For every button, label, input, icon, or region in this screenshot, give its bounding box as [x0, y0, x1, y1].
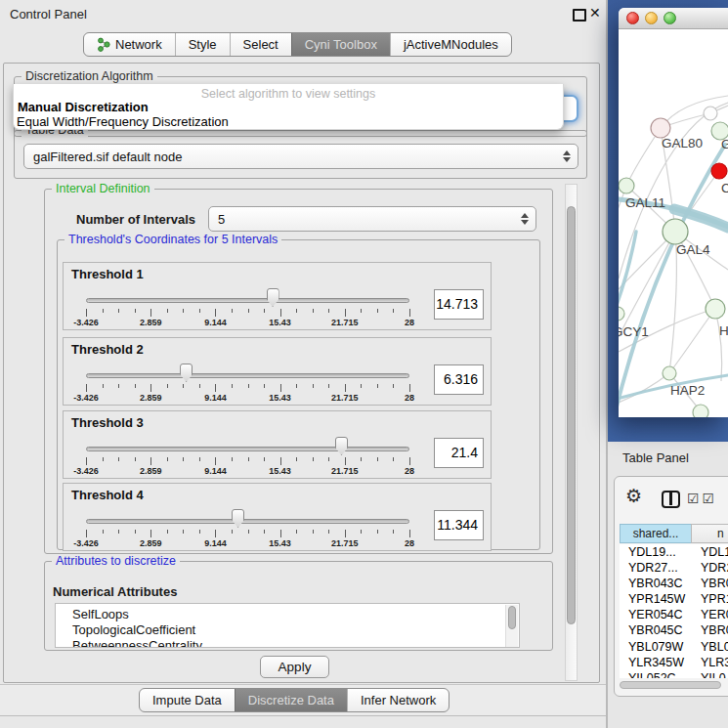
slider-track[interactable] [86, 298, 409, 303]
tick [377, 530, 378, 534]
traffic-light-minimize-icon[interactable] [645, 12, 658, 24]
popup-item-manual-discretization[interactable]: Manual Discretization [18, 100, 149, 114]
tick [345, 457, 346, 465]
tick [345, 309, 346, 317]
threshold-3-value-field[interactable]: 21.4 [434, 438, 484, 468]
network-node-n-small[interactable] [704, 107, 717, 120]
network-node-HAP2[interactable] [663, 366, 676, 380]
threshold-1-value-field[interactable]: 14.713 [434, 289, 484, 320]
close-icon[interactable]: ✕ [589, 5, 601, 21]
table-row[interactable]: YDR27...YDR2 [620, 560, 728, 576]
table-body: YDL19...YDL1YDR27...YDR2YBR043CYBR0YPR14… [620, 544, 728, 678]
table-row[interactable]: YPR145WYPR1 [620, 591, 728, 607]
table-data-combo-value: galFiltered.sif default node [33, 150, 182, 164]
tab-select[interactable]: Select [230, 33, 291, 56]
network-node-red-node[interactable] [711, 163, 727, 179]
network-node-GAL11[interactable] [619, 178, 634, 193]
slider-ticks [86, 384, 409, 393]
slider-thumb[interactable] [232, 509, 244, 528]
tick-label: 2.859 [127, 318, 174, 327]
list-item-topologicalcoefficient[interactable]: TopologicalCoefficient [56, 622, 519, 638]
tick [280, 457, 281, 465]
list-item-selfloops[interactable]: SelfLoops [56, 604, 519, 622]
tab-impute-data[interactable]: Impute Data [140, 689, 235, 711]
table-header-shared[interactable]: shared... [620, 524, 692, 543]
tab-infer-network[interactable]: Infer Network [347, 689, 449, 711]
table-row[interactable]: YIL052CYIL0 [620, 670, 728, 678]
interval-group-title: Interval Definition [52, 182, 154, 195]
table-row[interactable]: YDL19...YDL1 [620, 544, 728, 560]
tab-jactivemnodules[interactable]: jActiveMNodules [390, 33, 511, 56]
num-intervals-label: Number of Intervals [76, 212, 195, 227]
threshold-2-value-field[interactable]: 6.316 [434, 364, 484, 395]
table-row[interactable]: YER054CYER0 [620, 607, 728, 622]
tab-cyni-toolbox[interactable]: Cyni Toolbox [291, 33, 390, 56]
table-row[interactable]: YBR043CYBR0 [620, 576, 728, 591]
threshold-row-3: Threshold 3 -3.4262.8599.14415.4321.7152… [63, 410, 492, 479]
float-icon[interactable] [573, 9, 586, 21]
network-node-H[interactable] [706, 299, 725, 319]
network-node-n-bottom[interactable] [693, 405, 708, 417]
slider-track[interactable] [86, 447, 409, 451]
table-row[interactable]: YBL079WYBL0 [620, 639, 728, 655]
network-node-label-GAL4: GAL4 [676, 242, 710, 257]
network-node-label-HAP2: HAP2 [670, 383, 705, 398]
columns-icon[interactable] [662, 491, 680, 508]
tick-label: 21.715 [321, 393, 368, 403]
panel-title: Control Panel [10, 7, 87, 21]
list-scrollbar-thumb[interactable] [508, 606, 516, 629]
network-node-GCY1[interactable] [619, 307, 624, 321]
table-row[interactable]: YLR345WYLR3 [620, 655, 728, 670]
checkbox-icons[interactable]: ☑☑ [687, 491, 717, 506]
tick [328, 530, 329, 534]
cell-shared-name: YBR043C [620, 576, 691, 591]
num-intervals-combo[interactable]: 5 [208, 206, 536, 232]
threshold-4-value-field[interactable]: 11.344 [434, 510, 484, 540]
tick [232, 384, 233, 388]
network-canvas[interactable]: GAL80GACGAL11GAL4GCY1HHAP2 [619, 29, 728, 417]
tick-label: 9.144 [192, 393, 238, 403]
scrollbar-thumb[interactable] [567, 206, 576, 624]
list-item-betweennesscentrality[interactable]: BetweennessCentrality [56, 638, 519, 648]
cell-name: YBR0 [691, 576, 728, 591]
tab-style[interactable]: Style [175, 33, 230, 56]
tick [248, 309, 249, 313]
cell-name: YLR3 [691, 655, 728, 670]
tick-label: 2.859 [127, 466, 174, 476]
tick [409, 530, 410, 537]
slider-thumb[interactable] [180, 364, 193, 382]
tab-discretize-data[interactable]: Discretize Data [235, 689, 347, 711]
threshold-4-label: Threshold 4 [71, 488, 144, 502]
tick [150, 457, 151, 465]
scrollbar-vertical[interactable] [565, 184, 578, 681]
slider-track[interactable] [86, 373, 409, 378]
network-node-GAL80[interactable] [651, 118, 670, 138]
table-header-name[interactable]: n [691, 524, 728, 543]
tick [264, 530, 265, 534]
threshold-row-4: Threshold 4 -3.4262.8599.14415.4321.7152… [63, 483, 492, 551]
cell-shared-name: YBR045C [620, 622, 691, 638]
table-row[interactable]: YBR045CYBR0 [620, 622, 728, 638]
popup-item-equal-width[interactable]: Equal Width/Frequency Discretization [17, 114, 229, 129]
slider-track[interactable] [86, 519, 409, 524]
traffic-light-close-icon[interactable] [626, 12, 639, 24]
list-scrollbar[interactable] [505, 605, 518, 647]
slider-tick-labels: -3.4262.8599.14415.4321.71528 [86, 393, 409, 404]
tab-network[interactable]: Network [84, 33, 175, 56]
tick [86, 309, 87, 317]
discretization-group-title: Discretization Algorithm [21, 69, 157, 83]
tick [103, 457, 104, 461]
table-data-combo[interactable]: galFiltered.sif default node [23, 144, 578, 169]
tick-label: 15.43 [257, 466, 304, 476]
slider-thumb[interactable] [335, 437, 348, 455]
tick [409, 457, 410, 465]
popup-prompt: Select algorithm to view settings [14, 87, 563, 101]
slider-tick-labels: -3.4262.8599.14415.4321.71528 [86, 466, 409, 477]
gear-icon[interactable]: ⚙ [625, 487, 642, 506]
network-node-GAL4[interactable] [663, 219, 688, 244]
apply-button[interactable]: Apply [260, 656, 329, 678]
cell-shared-name: YLR345W [620, 655, 691, 670]
slider-thumb[interactable] [267, 288, 279, 307]
table-hscrollbar[interactable] [620, 681, 721, 689]
traffic-light-zoom-icon[interactable] [664, 12, 676, 24]
